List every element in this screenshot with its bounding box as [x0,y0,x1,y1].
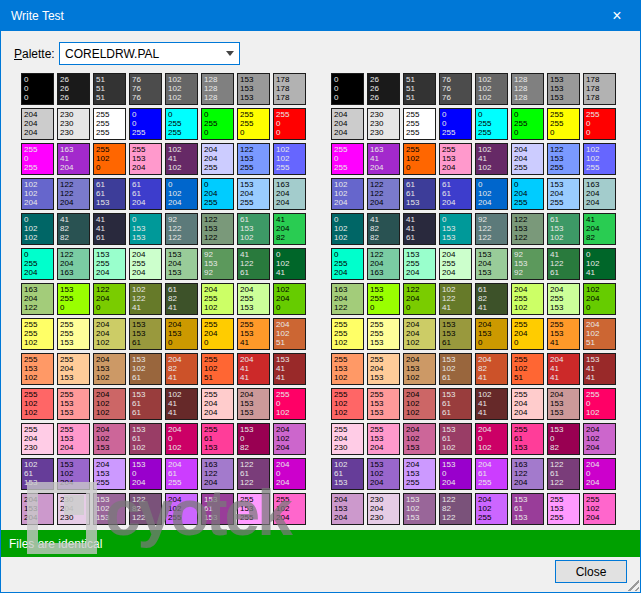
swatch-channel-value: 41 [586,373,615,382]
swatch-channel-value: 204 [96,329,125,338]
swatch-channel-value: 204 [586,443,615,452]
swatch-channel-value: 204 [168,495,197,504]
swatch-channel-value: 204 [60,163,89,172]
swatch-channel-value: 204 [406,329,435,338]
swatch-channel-value: 230 [370,110,399,119]
window-close-button[interactable]: × [594,1,640,31]
swatch-channel-value: 255 [406,119,435,128]
swatch-channel-value: 255 [478,128,507,137]
swatch-channel-value: 122 [132,294,161,303]
swatch-channel-value: 230 [370,119,399,128]
swatch-channel-value: 82 [60,233,89,242]
swatch-channel-value: 128 [204,75,233,84]
swatch-channel-value: 153 [442,390,471,399]
swatch-channel-value: 230 [60,513,89,522]
swatch-channel-value: 153 [370,285,399,294]
swatch-channel-value: 204 [60,478,89,487]
swatch-channel-value: 0 [96,163,125,172]
color-swatch: 204153255 [403,458,436,490]
swatch-channel-value: 153 [370,338,399,347]
swatch-channel-value: 61 [240,215,269,224]
swatch-channel-value: 82 [370,233,399,242]
color-swatch: 178178178 [583,73,616,105]
swatch-channel-value: 122 [240,145,269,154]
swatch-channel-value: 61 [550,268,579,277]
swatch-channel-value: 61 [132,434,161,443]
color-swatch: 1024141 [475,388,508,420]
swatch-channel-value: 255 [334,329,363,338]
swatch-channel-value: 255 [204,355,233,364]
resize-grip[interactable] [625,577,639,591]
close-button-label: Close [576,565,607,579]
color-swatch: 515151 [93,73,126,105]
swatch-channel-value: 255 [586,110,615,119]
swatch-channel-value: 26 [60,75,89,84]
swatch-channel-value: 0 [442,215,471,224]
color-swatch: 0102204 [475,178,508,210]
swatch-channel-value: 61 [442,180,471,189]
swatch-channel-value: 102 [586,504,615,513]
swatch-channel-value: 41 [168,408,197,417]
swatch-channel-value: 153 [406,495,435,504]
swatch-channel-value: 178 [276,84,305,93]
swatch-channel-value: 102 [24,373,53,382]
swatch-channel-value: 153 [132,355,161,364]
color-swatch: 15310261 [439,353,472,385]
swatch-channel-value: 0 [334,250,363,259]
swatch-channel-value: 204 [586,478,615,487]
swatch-channel-value: 82 [132,504,161,513]
color-swatch: 6161153 [93,178,126,210]
swatch-channel-value: 41 [478,399,507,408]
color-swatch: 255153255 [547,493,580,525]
color-swatch: 122153122 [511,213,544,245]
color-swatch: 0255255 [475,108,508,140]
swatch-channel-value: 204 [478,495,507,504]
swatch-channel-value: 0 [442,110,471,119]
color-swatch: 00255 [129,108,162,140]
swatch-channel-value: 61 [132,373,161,382]
swatch-channel-value: 122 [514,215,543,224]
swatch-channel-value: 0 [586,469,615,478]
color-swatch: 6161153 [403,178,436,210]
swatch-channel-value: 255 [442,128,471,137]
color-swatch: 255153204 [129,143,162,175]
palette-grid-original: 0002626265151517676761021021021281281281… [21,73,306,525]
swatch-channel-value: 204 [478,320,507,329]
swatch-channel-value: 153 [96,250,125,259]
swatch-channel-value: 204 [24,110,53,119]
color-swatch: 0255255 [165,108,198,140]
swatch-channel-value: 163 [370,145,399,154]
status-message: Files are identical [9,537,102,551]
palette-combobox[interactable]: CORELDRW.PAL [59,42,240,65]
color-swatch: 204204255 [511,143,544,175]
color-swatch: 16341204 [57,143,90,175]
swatch-channel-value: 255 [514,119,543,128]
color-swatch: 262626 [367,73,400,105]
swatch-channel-value: 0 [406,303,435,312]
swatch-channel-value: 204 [204,154,233,163]
swatch-channel-value: 204 [370,259,399,268]
color-swatch: 010241 [583,248,616,280]
swatch-channel-value: 204 [334,128,363,137]
swatch-channel-value: 0 [586,250,615,259]
swatch-channel-value: 204 [586,224,615,233]
swatch-channel-value: 61 [406,189,435,198]
color-swatch: 204153102 [403,353,436,385]
color-swatch: 255204204 [201,388,234,420]
swatch-channel-value: 163 [60,268,89,277]
swatch-channel-value: 102 [276,154,305,163]
swatch-channel-value: 0 [168,434,197,443]
color-swatch: 153153153 [237,73,270,105]
swatch-channel-value: 0 [406,163,435,172]
swatch-channel-value: 102 [96,399,125,408]
title-bar[interactable]: Write Test × [1,1,640,31]
swatch-channel-value: 76 [442,84,471,93]
swatch-channel-value: 230 [370,495,399,504]
swatch-channel-value: 61 [240,469,269,478]
swatch-channel-value: 92 [514,268,543,277]
swatch-channel-value: 41 [60,215,89,224]
close-button[interactable]: Close [555,560,627,583]
swatch-channel-value: 204 [334,110,363,119]
swatch-channel-value: 255 [204,163,233,172]
swatch-channel-value: 122 [96,285,125,294]
